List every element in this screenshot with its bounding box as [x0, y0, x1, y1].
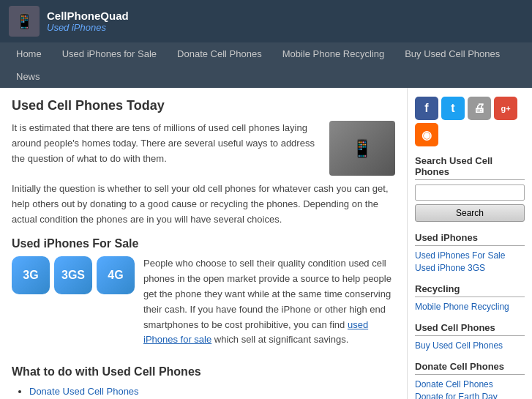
page-title: Used Cell Phones Today	[12, 98, 395, 113]
main-content: Used Cell Phones Today It is estimated t…	[0, 88, 408, 399]
sidebar-link-mobile-recycling[interactable]: Mobile Phone Recycling	[415, 302, 525, 312]
badge-4g: 4G	[97, 256, 135, 294]
navigation: Home Used iPhones for Sale Donate Cell P…	[0, 42, 532, 88]
sidebar-donate-title: Donate Cell Phones	[415, 361, 525, 375]
site-name: CellPhoneQuad	[47, 10, 129, 22]
phone-image: 📱	[329, 121, 395, 176]
googleplus-icon[interactable]: g+	[494, 97, 517, 120]
search-box-container: Search	[415, 184, 525, 222]
page-layout: Used Cell Phones Today It is estimated t…	[0, 88, 532, 399]
donate-link[interactable]: Donate Used Cell Phones	[29, 386, 139, 397]
used-iphones-link[interactable]: used iPhones for sale	[143, 319, 368, 346]
nav-buy[interactable]: Buy Used Cell Phones	[394, 42, 510, 65]
badge-3g: 3G	[12, 256, 50, 294]
intro-text: It is estimated that there are tens of m…	[12, 121, 322, 176]
nav-recycling[interactable]: Mobile Phone Recycling	[272, 42, 394, 65]
sidebar-recycling: Recycling Mobile Phone Recycling	[415, 283, 525, 312]
rss-icon[interactable]: ◉	[415, 123, 438, 146]
site-tagline: Used iPhones	[47, 22, 129, 33]
search-title: Search Used Cell Phones	[415, 155, 525, 180]
sidebar: f t 🖨 g+ ◉ Search Used Cell Phones Searc…	[408, 88, 532, 399]
nav-home[interactable]: Home	[6, 42, 52, 65]
logo-icon: 📱	[9, 6, 40, 37]
nav-donate[interactable]: Donate Cell Phones	[167, 42, 272, 65]
sidebar-used-cell-title: Used Cell Phones	[415, 322, 525, 336]
iphone-badges: 3G 3GS 4G	[12, 256, 135, 294]
sidebar-link-buy-used[interactable]: Buy Used Cell Phones	[415, 340, 525, 351]
iphones-content: People who choose to sell their quality …	[143, 256, 395, 355]
sidebar-link-used-iphone-3gs[interactable]: Used iPhone 3GS	[415, 263, 525, 273]
search-button[interactable]: Search	[415, 204, 525, 222]
iphones-section: 3G 3GS 4G People who choose to sell thei…	[12, 256, 395, 355]
intro-section: It is estimated that there are tens of m…	[12, 121, 395, 176]
sidebar-link-donate-earth[interactable]: Donate for Earth Day	[415, 392, 525, 399]
sidebar-link-donate[interactable]: Donate Cell Phones	[415, 379, 525, 389]
header: 📱 CellPhoneQuad Used iPhones	[0, 0, 532, 42]
sidebar-used-iphones: Used iPhones Used iPhones For Sale Used …	[415, 232, 525, 273]
sidebar-used-cell-phones: Used Cell Phones Buy Used Cell Phones	[415, 322, 525, 351]
what-to-do-section: What to do with Used Cell Phones Donate …	[12, 365, 395, 399]
sidebar-donate-phones: Donate Cell Phones Donate Cell Phones Do…	[415, 361, 525, 399]
what-heading: What to do with Used Cell Phones	[12, 365, 395, 379]
sidebar-recycling-title: Recycling	[415, 283, 525, 297]
intro-para2: Initially the question is whether to sel…	[12, 182, 395, 227]
twitter-icon[interactable]: t	[441, 97, 465, 120]
nav-used-iphones[interactable]: Used iPhones for Sale	[52, 42, 167, 65]
social-icons: f t 🖨 g+ ◉	[415, 97, 525, 146]
iphones-para: People who choose to sell their quality …	[143, 256, 395, 348]
what-list: Donate Used Cell Phones Recycle Used Cel…	[12, 386, 395, 399]
sidebar-sections: Used iPhones Used iPhones For Sale Used …	[415, 232, 525, 399]
nav-row2: News	[6, 65, 526, 88]
search-input[interactable]	[415, 184, 525, 201]
header-text: CellPhoneQuad Used iPhones	[47, 10, 129, 33]
sidebar-used-iphones-title: Used iPhones	[415, 232, 525, 246]
print-icon[interactable]: 🖨	[468, 97, 491, 120]
iphones-heading: Used iPhones For Sale	[12, 237, 395, 250]
badge-3gs: 3GS	[54, 256, 92, 294]
sidebar-link-used-iphones-sale[interactable]: Used iPhones For Sale	[415, 250, 525, 261]
facebook-icon[interactable]: f	[415, 97, 438, 120]
intro-para1: It is estimated that there are tens of m…	[12, 121, 322, 166]
search-section: Search Used Cell Phones Search	[415, 155, 525, 222]
nav-news[interactable]: News	[6, 65, 50, 88]
nav-row1: Home Used iPhones for Sale Donate Cell P…	[6, 42, 526, 65]
